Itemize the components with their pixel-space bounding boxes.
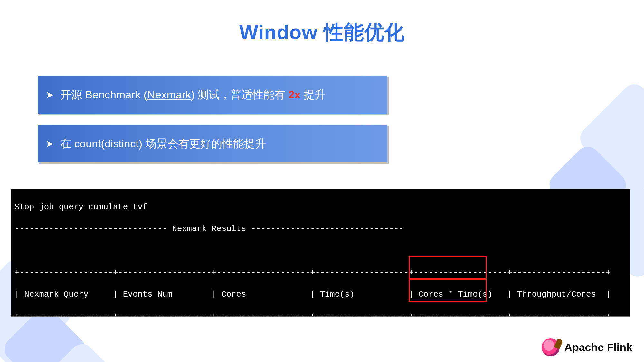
flink-squirrel-icon <box>542 338 560 356</box>
terminal-line: Stop job query cumulate_tvf <box>14 202 626 213</box>
apache-flink-logo: Apache Flink <box>542 338 632 356</box>
terminal-output: Stop job query cumulate_tvf ------------… <box>11 189 630 317</box>
accent-2x: 2x <box>288 88 300 101</box>
chevron-icon: ➤ <box>46 138 54 149</box>
bullet-benchmark: ➤ 开源 Benchmark (Nexmark) 测试，普适性能有 2x 提升 <box>38 76 387 114</box>
slide-title: Window 性能优化 <box>0 19 644 46</box>
bullet-count-distinct: ➤ 在 count(distinct) 场景会有更好的性能提升 <box>38 125 387 162</box>
terminal-line: ------------------------------- Nexmark … <box>14 224 626 235</box>
bullet-benchmark-text: 开源 Benchmark (Nexmark) 测试，普适性能有 2x 提升 <box>60 88 326 102</box>
terminal-sep: +-------------------+-------------------… <box>14 311 626 317</box>
bullet-text-part: 开源 Benchmark ( <box>60 88 147 101</box>
terminal-blank <box>14 246 626 256</box>
highlight-box-top <box>409 256 487 279</box>
chevron-icon: ➤ <box>46 89 54 100</box>
terminal-header: | Nexmark Query | Events Num | Cores | T… <box>14 289 626 300</box>
highlight-box-bottom <box>409 279 487 302</box>
terminal-sep: +-------------------+-------------------… <box>14 267 626 278</box>
bullet-text-part: 提升 <box>300 88 325 101</box>
nexmark-link[interactable]: Nexmark <box>147 88 191 101</box>
logo-text: Apache Flink <box>564 341 632 354</box>
bullet-count-distinct-text: 在 count(distinct) 场景会有更好的性能提升 <box>60 136 266 151</box>
bullet-text-part: ) 测试，普适性能有 <box>191 88 288 101</box>
